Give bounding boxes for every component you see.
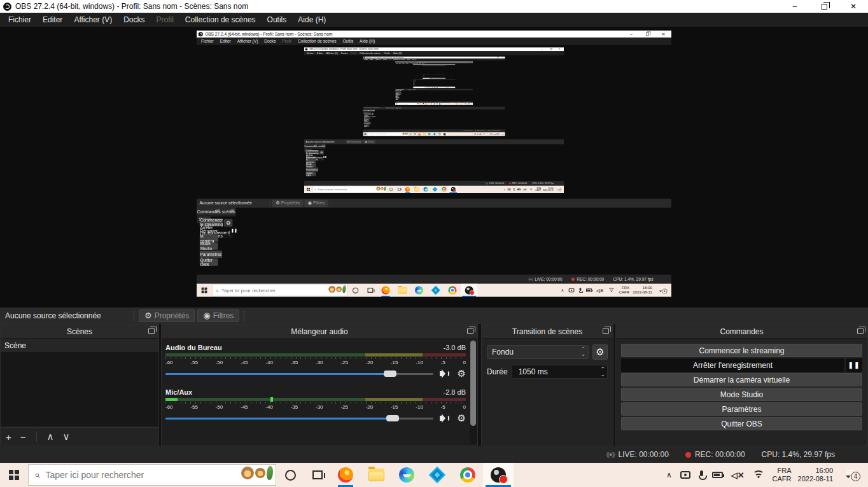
scenes-title: Scènes	[67, 327, 92, 336]
close-button[interactable]: ✕	[839, 0, 868, 13]
quit-obs-button[interactable]: Quitter OBS	[621, 417, 862, 430]
volume-slider[interactable]	[165, 414, 433, 423]
obs-logo-icon	[3, 3, 11, 11]
combo-arrows-icon: ⌃⌄	[581, 347, 585, 357]
explorer-icon	[368, 469, 384, 481]
speaker-muted-icon[interactable]: ◁✕	[731, 470, 745, 480]
toolbar-separator	[36, 432, 37, 442]
scene-list-item[interactable]: Scène	[1, 339, 158, 352]
minimize-button[interactable]: –	[780, 0, 809, 13]
volume-slider-handle[interactable]	[384, 371, 396, 377]
screen-record-icon[interactable]	[680, 471, 690, 479]
edge-icon	[399, 467, 414, 483]
controls-title: Commandes	[720, 327, 763, 336]
firefox-taskbar-button[interactable]	[330, 463, 361, 487]
transition-settings-button[interactable]: ⚙	[592, 344, 608, 360]
dock-popout-icon[interactable]	[603, 328, 609, 334]
windows-taskbar: ⌕ ∧ ◁✕ FRA CAFR 16:00	[0, 463, 868, 487]
window-title: OBS 27.2.4 (64-bit, windows) - Profil: S…	[15, 2, 248, 11]
battery-icon[interactable]	[712, 472, 723, 478]
chrome-taskbar-button[interactable]	[452, 463, 483, 487]
stop-recording-button[interactable]: Arrêter l'enregistrement	[621, 358, 844, 372]
recording-dot-icon	[685, 452, 691, 458]
channel-name: Mic/Aux	[165, 388, 192, 396]
search-highlight-decoration[interactable]	[241, 466, 273, 480]
settings-button[interactable]: Paramètres	[621, 402, 862, 416]
preview-canvas[interactable]: OBS 27.2.4 (64-bit, windows) - Profil: S…	[0, 27, 868, 307]
duration-spinbox[interactable]: 1050 ms ⌃⌄	[512, 365, 608, 379]
window-titlebar: OBS 27.2.4 (64-bit, windows) - Profil: S…	[0, 0, 868, 13]
scenes-dock-header[interactable]: Scènes	[1, 325, 158, 339]
channel-name: Audio du Bureau	[165, 344, 222, 351]
start-button[interactable]	[0, 463, 28, 487]
notification-center-button[interactable]: 4	[841, 467, 863, 483]
language-code: FRA	[773, 467, 792, 475]
start-streaming-button[interactable]: Commencer le streaming	[621, 344, 862, 357]
mixer-dock-header[interactable]: Mélangeur audio	[162, 325, 477, 339]
spinbox-arrows-icon[interactable]: ⌃⌄	[600, 365, 605, 378]
mixer-channel-desktop-audio: Audio du Bureau -3.0 dB -60-55-50-45-40-…	[165, 344, 466, 378]
menu-item-outils[interactable]: Outils	[262, 13, 293, 26]
dock-popout-icon[interactable]	[148, 328, 155, 334]
scene-toolbar: + − ∧ ∨	[1, 427, 158, 446]
move-scene-up-button[interactable]: ∧	[47, 431, 54, 442]
obs-taskbar-button[interactable]	[483, 463, 514, 487]
transition-selected-value: Fondu	[492, 348, 514, 356]
mixer-scrollbar[interactable]	[470, 341, 477, 444]
menu-item-fichier[interactable]: Fichier	[3, 13, 37, 26]
task-view-button[interactable]	[312, 470, 323, 479]
remove-scene-button[interactable]: −	[20, 432, 26, 442]
dock-popout-icon[interactable]	[467, 328, 473, 334]
channel-db-value: -3.0 dB	[444, 344, 466, 351]
microphone-icon[interactable]	[699, 470, 704, 480]
lion-emoji-icon	[255, 468, 265, 478]
plant-decoration-icon	[267, 466, 273, 480]
transition-select[interactable]: Fondu ⌃⌄	[487, 345, 589, 359]
menu-item-editer[interactable]: Editer	[37, 13, 68, 26]
live-timer: LIVE: 00:00:00	[618, 450, 668, 459]
mixer-title: Mélangeur audio	[291, 327, 347, 336]
filters-button[interactable]: ◉ Filtres	[197, 309, 239, 322]
properties-button[interactable]: ⚙ Propriétés	[139, 309, 195, 322]
cortana-button[interactable]	[285, 470, 296, 481]
lion-emoji-icon	[241, 467, 254, 479]
search-icon: ⌕	[34, 469, 39, 481]
menu-item-aide[interactable]: Aide (H)	[292, 13, 332, 26]
rec-timer: REC: 00:00:00	[695, 450, 745, 459]
edge-taskbar-button[interactable]	[391, 463, 422, 487]
speaker-icon[interactable]	[440, 369, 451, 378]
controls-dock-header[interactable]: Commandes	[616, 325, 867, 339]
menu-item-afficher[interactable]: Afficher (V)	[68, 13, 118, 26]
volume-slider-handle[interactable]	[386, 415, 399, 421]
transitions-dock-header[interactable]: Transition de scènes	[482, 325, 613, 339]
move-scene-down-button[interactable]: ∨	[63, 431, 70, 442]
channel-settings-gear-icon[interactable]: ⚙	[458, 369, 466, 378]
menu-item-collection-de-scenes[interactable]: Collection de scènes	[179, 13, 262, 26]
gear-icon: ⚙	[144, 311, 152, 320]
menu-item-docks[interactable]: Docks	[118, 13, 150, 26]
explorer-taskbar-button[interactable]	[361, 463, 391, 487]
kodi-taskbar-button[interactable]	[422, 463, 452, 487]
start-virtualcam-button[interactable]: Démarrer la caméra virtuelle	[621, 373, 862, 386]
tray-language-clock[interactable]: FRA CAFR 16:00 2022-08-11	[773, 467, 833, 483]
display-capture-preview: OBS 27.2.4 (64-bit, windows) - Profil: S…	[197, 31, 671, 297]
controls-button-list: Commencer le streamingArrêter l'enregist…	[616, 339, 867, 446]
speaker-icon[interactable]	[440, 414, 451, 423]
filters-label: Filtres	[213, 311, 234, 320]
tray-chevron-icon[interactable]: ∧	[666, 470, 672, 479]
meter-scale: -60-55-50-45-40-35-30-25-20-15-10-50	[165, 404, 466, 410]
toolbar-separator	[134, 310, 134, 321]
volume-slider[interactable]	[165, 369, 433, 378]
wifi-icon[interactable]	[753, 471, 764, 479]
scrollbar-thumb[interactable]	[470, 341, 476, 426]
pause-recording-button[interactable]: ❚❚	[846, 358, 862, 372]
menu-item-profil[interactable]: Profil	[151, 13, 179, 26]
channel-settings-gear-icon[interactable]: ⚙	[458, 414, 466, 423]
taskbar-search[interactable]: ⌕	[28, 464, 276, 486]
add-scene-button[interactable]: +	[6, 432, 11, 442]
restore-button[interactable]	[809, 0, 839, 13]
audio-mixer-dock: Mélangeur audio Audio du Bureau -3.0 dB …	[161, 324, 478, 446]
studio-mode-button[interactable]: Mode Studio	[621, 388, 862, 401]
chrome-icon	[460, 467, 475, 483]
dock-popout-icon[interactable]	[857, 328, 864, 334]
